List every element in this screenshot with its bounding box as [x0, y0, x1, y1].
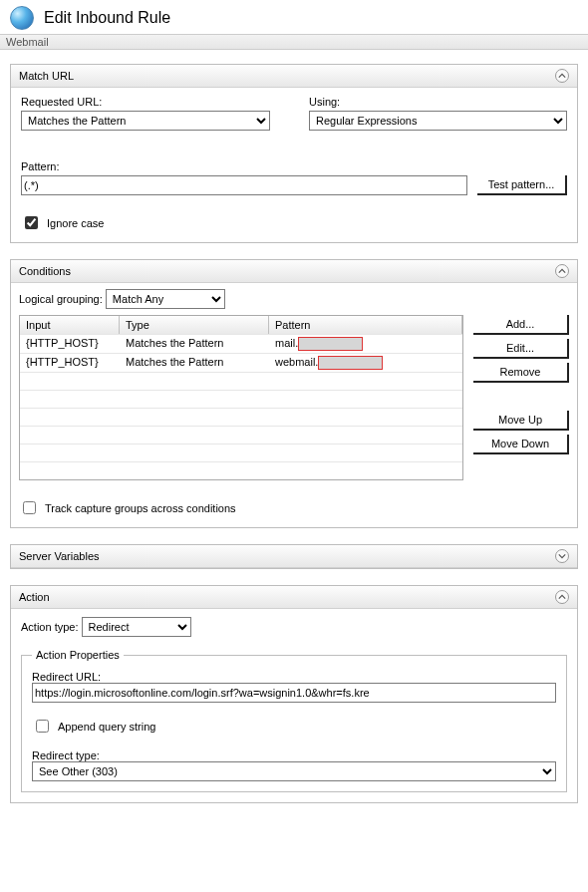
table-row	[20, 426, 462, 444]
action-type-select[interactable]: Redirect	[82, 617, 191, 637]
table-row	[20, 408, 462, 426]
action-panel: Action Action type: Redirect Action Prop…	[10, 585, 578, 803]
conditions-title: Conditions	[19, 265, 71, 277]
collapse-icon[interactable]	[555, 590, 569, 604]
col-pattern-header: Pattern	[269, 316, 462, 334]
conditions-header[interactable]: Conditions	[11, 260, 577, 283]
remove-button[interactable]: Remove	[473, 363, 569, 383]
redacted-box: ████████	[318, 356, 382, 370]
page-title: Edit Inbound Rule	[44, 9, 170, 27]
ignore-case-label: Ignore case	[47, 217, 104, 229]
logical-grouping-label: Logical grouping:	[19, 293, 103, 305]
append-query-label: Append query string	[58, 721, 155, 733]
server-variables-panel: Server Variables	[10, 544, 578, 569]
table-row	[20, 461, 462, 479]
redacted-box: ████████	[298, 337, 362, 351]
col-input-header: Input	[20, 316, 120, 334]
table-row	[20, 390, 462, 408]
match-url-header[interactable]: Match URL	[11, 65, 577, 88]
table-row[interactable]: {HTTP_HOST} Matches the Pattern mail.███…	[20, 334, 462, 353]
add-button[interactable]: Add...	[473, 315, 569, 335]
redirect-type-select[interactable]: See Other (303)	[32, 761, 556, 781]
ignore-case-checkbox[interactable]	[25, 216, 38, 229]
match-url-title: Match URL	[19, 70, 74, 82]
globe-icon	[10, 6, 34, 30]
track-capture-label: Track capture groups across conditions	[45, 502, 236, 514]
table-row	[20, 444, 462, 461]
page-header: Edit Inbound Rule	[0, 0, 588, 34]
action-properties-legend: Action Properties	[32, 649, 124, 661]
collapse-icon[interactable]	[555, 264, 569, 278]
redirect-url-label: Redirect URL:	[32, 671, 101, 683]
track-capture-checkbox[interactable]	[23, 501, 36, 514]
table-header: Input Type Pattern	[20, 316, 462, 334]
requested-url-select[interactable]: Matches the Pattern	[21, 111, 270, 131]
server-variables-header[interactable]: Server Variables	[11, 545, 577, 568]
test-pattern-button[interactable]: Test pattern...	[477, 175, 567, 195]
conditions-panel: Conditions Logical grouping: Match Any I…	[10, 259, 578, 528]
edit-button[interactable]: Edit...	[473, 339, 569, 359]
breadcrumb: Webmail	[0, 34, 588, 50]
server-variables-title: Server Variables	[19, 550, 100, 562]
conditions-table[interactable]: Input Type Pattern {HTTP_HOST} Matches t…	[19, 315, 463, 480]
action-properties-fieldset: Action Properties Redirect URL: Append q…	[21, 649, 567, 792]
append-query-checkbox[interactable]	[36, 720, 49, 733]
using-label: Using:	[309, 96, 567, 108]
action-type-label: Action type:	[21, 621, 78, 633]
logical-grouping-select[interactable]: Match Any	[106, 289, 225, 309]
action-header[interactable]: Action	[11, 586, 577, 609]
action-title: Action	[19, 591, 50, 603]
move-up-button[interactable]: Move Up	[473, 411, 569, 431]
expand-icon[interactable]	[555, 549, 569, 563]
move-down-button[interactable]: Move Down	[473, 435, 569, 454]
table-row	[20, 372, 462, 390]
requested-url-label: Requested URL:	[21, 96, 279, 108]
table-row[interactable]: {HTTP_HOST} Matches the Pattern webmail.…	[20, 353, 462, 372]
match-url-panel: Match URL Requested URL: Matches the Pat…	[10, 64, 578, 243]
collapse-icon[interactable]	[555, 69, 569, 83]
col-type-header: Type	[120, 316, 269, 334]
pattern-input[interactable]	[21, 175, 467, 195]
using-select[interactable]: Regular Expressions	[309, 111, 567, 131]
redirect-url-input[interactable]	[32, 683, 556, 703]
pattern-label: Pattern:	[21, 160, 467, 172]
redirect-type-label: Redirect type:	[32, 749, 100, 761]
